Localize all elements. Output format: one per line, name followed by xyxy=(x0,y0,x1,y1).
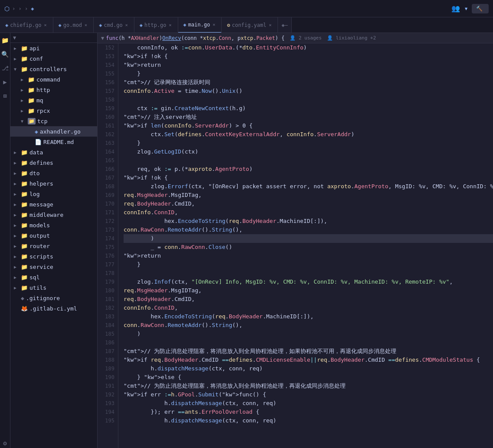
activity-search[interactable]: 🔍 xyxy=(0,49,10,59)
line-number: 176 xyxy=(99,252,114,260)
code-line: } "kw">else { xyxy=(124,373,493,382)
users-icon[interactable]: 👥 ▾ xyxy=(451,4,468,13)
activity-settings[interactable]: ⚙ xyxy=(0,438,10,448)
type-packet: Packet xyxy=(256,35,275,41)
sidebar-item-rpcx[interactable]: ▶ 📁 rpcx xyxy=(10,105,97,116)
line-number: 168 xyxy=(99,182,114,191)
sidebar-item-label: dto xyxy=(29,170,39,177)
line-number: 165 xyxy=(99,156,114,165)
code-line: "kw">if req.BodyHeader.CmdID == defines.… xyxy=(124,356,493,364)
chevron-right-icon: ▶ xyxy=(14,213,19,217)
tab-more[interactable]: ◈– xyxy=(278,17,291,33)
tab-chiefip[interactable]: ◈ chiefip.go ✕ xyxy=(0,17,53,33)
code-line: ctx.Set(defines.ContextKeyExternalAddr, … xyxy=(124,130,493,139)
folder-icon: 📁 xyxy=(28,97,35,104)
go-file-icon: ◈ xyxy=(59,22,62,28)
line-number: 177 xyxy=(99,260,114,269)
sidebar-item-router[interactable]: ▶ 📁 router xyxy=(10,241,97,251)
sidebar-item-gitlab-ci[interactable]: 🦊 .gitlab-ci.yml xyxy=(10,303,97,314)
sidebar-item-scripts[interactable]: ▶ 📁 scripts xyxy=(10,251,97,262)
activity-extensions[interactable]: ⊞ xyxy=(0,91,10,101)
sidebar-item-command[interactable]: ▶ 📁 command xyxy=(10,74,97,85)
sidebar-item-middleware[interactable]: ▶ 📁 middleware xyxy=(10,209,97,220)
hammer-icon: 🔨 xyxy=(476,6,483,12)
chevron-right-icon: ▶ xyxy=(14,265,19,269)
folder-icon: 📁 xyxy=(21,180,28,187)
code-content[interactable]: connInfo, ok := conn.UserData.(*dto.Enti… xyxy=(118,43,493,448)
sidebar-item-label: router xyxy=(29,243,50,249)
sidebar-item-label: axhandler.go xyxy=(40,128,81,135)
close-tab-icon[interactable]: ✕ xyxy=(212,21,216,28)
activity-run[interactable]: ▶ xyxy=(0,77,10,87)
close-tab-icon[interactable]: ✕ xyxy=(124,22,129,28)
chevron-right-icon: ▶ xyxy=(14,181,19,186)
code-line: hex.EncodeToString(req.BodyHeader.Machin… xyxy=(124,217,493,226)
code-line: req.MsgHeader.MsgIDTag, xyxy=(124,191,493,199)
file-tree: ▼ ▶ 📁 api ▶ 📁 conf xyxy=(10,33,97,448)
sidebar-item-http[interactable]: ▶ 📁 http xyxy=(10,85,97,95)
sidebar-item-message[interactable]: ▶ 📁 message xyxy=(10,199,97,209)
line-number: 170 xyxy=(99,199,114,208)
tab-config[interactable]: ⚙ config.yaml ✕ xyxy=(222,17,278,33)
tab-cmd[interactable]: ◈ cmd.go ✕ xyxy=(94,17,134,33)
activity-files[interactable]: 📁 xyxy=(0,36,10,45)
sidebar-item-axhandler[interactable]: ◈ axhandler.go xyxy=(10,126,97,137)
code-line: ) xyxy=(124,234,493,243)
close-tab-icon[interactable]: ✕ xyxy=(268,22,272,28)
line-number: 181 xyxy=(99,295,114,304)
sidebar-item-mq[interactable]: ▶ 📁 mq xyxy=(10,95,97,105)
chevron-right-icon: ▶ xyxy=(14,56,19,61)
sidebar-item-tcp[interactable]: ▼ 📁 tcp xyxy=(10,116,97,126)
sidebar-item-utils[interactable]: ▶ 📁 utils xyxy=(10,282,97,293)
sidebar-item-gitignore[interactable]: ◆ .gitignore xyxy=(10,293,97,303)
go-build-button[interactable]: 🔨 xyxy=(472,4,489,13)
sidebar-item-readme[interactable]: 📄 README.md xyxy=(10,137,97,147)
tab-label: go.mod xyxy=(63,22,82,28)
sidebar-item-service[interactable]: ▶ 📁 service xyxy=(10,262,97,272)
sidebar-item-defines[interactable]: ▶ 📁 defines xyxy=(10,157,97,168)
sidebar-item-helpers[interactable]: ▶ 📁 helpers xyxy=(10,178,97,189)
sidebar-item-dto[interactable]: ▶ 📁 dto xyxy=(10,168,97,178)
line-number: 161 xyxy=(99,121,114,130)
line-number: 173 xyxy=(99,226,114,234)
sidebar-item-data[interactable]: ▶ 📁 data xyxy=(10,147,97,157)
sidebar-item-label: command xyxy=(36,76,60,83)
chevron-right-icon: ▶ xyxy=(14,202,19,207)
line-number: 180 xyxy=(99,286,114,295)
code-line: req.BodyHeader.CmdID, xyxy=(124,199,493,208)
close-tab-icon[interactable]: ✕ xyxy=(43,22,47,28)
code-line: "cmt">// 为防止消息处理阻塞，将消息放入到全局协程池处理，再退化成同步消… xyxy=(124,382,493,390)
folder-icon: 📁 xyxy=(21,284,28,291)
folder-icon: 📁 xyxy=(21,222,28,229)
sidebar-item-models[interactable]: ▶ 📁 models xyxy=(10,220,97,230)
top-bar: ⬡ › › › ◈ 👥 ▾ 🔨 xyxy=(0,0,493,17)
sidebar-item-output[interactable]: ▶ 📁 output xyxy=(10,230,97,241)
fold-icon: ▼ xyxy=(101,35,104,41)
folder-icon: 📁 xyxy=(21,253,28,260)
code-line: connInfo.ConnID, xyxy=(124,208,493,217)
sidebar-item-api[interactable]: ▶ 📁 api xyxy=(10,43,97,53)
tab-label: cmd.go xyxy=(104,22,122,28)
tab-main[interactable]: ◈ main.go ✕ xyxy=(178,17,222,33)
sidebar: 📁 🔍 ⎇ ▶ ⊞ ⚙ ▼ ▶ 📁 xyxy=(0,33,98,448)
code-line: }); err == ants.ErrPoolOverload { xyxy=(124,408,493,416)
code-scroll-area[interactable]: 1521531541551561571581591601611621631641… xyxy=(98,43,493,448)
code-line: "kw">return xyxy=(124,61,493,69)
activity-git[interactable]: ⎇ xyxy=(0,63,10,73)
close-tab-icon[interactable]: ✕ xyxy=(168,22,173,28)
sidebar-item-controllers[interactable]: ▼ 📁 controllers xyxy=(10,64,97,74)
code-line xyxy=(124,95,493,104)
sidebar-item-log[interactable]: ▶ 📁 log xyxy=(10,189,97,199)
close-tab-icon[interactable]: ✕ xyxy=(84,22,88,28)
sidebar-item-sql[interactable]: ▶ 📁 sql xyxy=(10,272,97,282)
tab-http[interactable]: ◈ http.go ✕ xyxy=(134,17,178,33)
line-number: 182 xyxy=(99,304,114,312)
chevron-right-icon: ▶ xyxy=(14,275,19,280)
chevron-right-icon: ▶ xyxy=(14,285,19,290)
authors-info: 👤 lixiaoliang +2 xyxy=(327,35,376,41)
sidebar-item-label: mq xyxy=(36,97,43,104)
sidebar-item-conf[interactable]: ▶ 📁 conf xyxy=(10,53,97,64)
tab-gomod[interactable]: ◈ go.mod ✕ xyxy=(53,17,94,33)
line-number: 193 xyxy=(99,399,114,408)
config-icon: ⚙ xyxy=(227,22,230,28)
